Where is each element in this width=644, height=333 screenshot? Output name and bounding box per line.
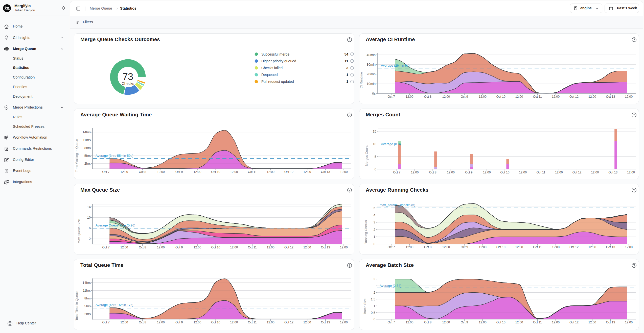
svg-text:2: 2 (374, 228, 375, 232)
svg-text:Oct 12: Oct 12 (569, 321, 579, 324)
svg-text:15: 15 (373, 130, 376, 133)
svg-text:Oct 7: Oct 7 (387, 95, 395, 98)
svg-text:12:00: 12:00 (230, 246, 238, 249)
svg-text:11: 11 (344, 59, 348, 63)
svg-text:Oct 11: Oct 11 (248, 321, 257, 324)
svg-text:12:00: 12:00 (267, 170, 274, 174)
svg-text:5hrs: 5hrs (84, 154, 91, 158)
svg-text:12:00: 12:00 (625, 245, 633, 249)
svg-text:12:00: 12:00 (479, 321, 487, 324)
svg-text:12:00: 12:00 (406, 95, 413, 98)
svg-text:Oct 11: Oct 11 (248, 170, 257, 174)
svg-text:Oct 13: Oct 13 (608, 171, 617, 174)
svg-text:2hrs: 2hrs (84, 312, 91, 316)
svg-text:12:00: 12:00 (479, 245, 487, 249)
svg-text:Oct 8: Oct 8 (139, 321, 146, 324)
svg-text:Oct 9: Oct 9 (175, 321, 183, 324)
svg-text:Oct 10: Oct 10 (211, 321, 220, 324)
svg-text:12:00: 12:00 (519, 171, 527, 174)
svg-text:8hrs: 8hrs (84, 296, 91, 300)
svg-text:12:00: 12:00 (120, 321, 128, 324)
svg-text:12:00: 12:00 (625, 95, 633, 98)
svg-text:12:00: 12:00 (627, 171, 635, 174)
svg-text:CI Runtime: CI Runtime (359, 72, 363, 88)
svg-text:Oct 7: Oct 7 (102, 246, 109, 249)
svg-text:12:00: 12:00 (230, 170, 238, 174)
svg-text:Oct 12: Oct 12 (569, 245, 579, 249)
svg-text:5hrs: 5hrs (84, 304, 91, 308)
svg-text:12:00: 12:00 (194, 170, 201, 174)
svg-text:11hrs: 11hrs (83, 138, 91, 142)
svg-text:12:00: 12:00 (340, 321, 348, 324)
svg-text:20min: 20min (367, 72, 376, 76)
svg-text:2hrs: 2hrs (84, 162, 91, 165)
svg-text:Average (8.8): Average (8.8) (381, 142, 401, 146)
svg-text:i: i (352, 53, 353, 56)
svg-text:12:00: 12:00 (588, 245, 596, 249)
svg-text:1: 1 (374, 235, 375, 239)
svg-text:Oct 8: Oct 8 (424, 245, 431, 249)
svg-text:Running Checks: Running Checks (364, 220, 368, 244)
svg-text:12:00: 12:00 (340, 246, 348, 249)
svg-text:1: 1 (346, 73, 348, 77)
svg-text:Oct 11: Oct 11 (248, 246, 257, 249)
svg-text:1: 1 (346, 80, 348, 84)
svg-text:Oct 7: Oct 7 (102, 170, 109, 174)
svg-text:12:00: 12:00 (483, 171, 491, 174)
svg-text:Oct 11: Oct 11 (533, 245, 542, 249)
svg-text:Oct 13: Oct 13 (321, 321, 330, 324)
svg-text:3: 3 (374, 277, 375, 281)
svg-text:Oct 10: Oct 10 (211, 246, 220, 249)
svg-text:12:00: 12:00 (157, 170, 165, 174)
svg-text:Oct 10: Oct 10 (211, 170, 220, 174)
svg-text:Oct 8: Oct 8 (424, 321, 431, 324)
svg-text:5: 5 (375, 155, 376, 159)
svg-text:max_parallel_checks (5): max_parallel_checks (5) (380, 203, 415, 207)
svg-text:11hrs: 11hrs (83, 289, 91, 292)
svg-text:Oct 7: Oct 7 (102, 321, 109, 324)
svg-text:Oct 10: Oct 10 (496, 95, 505, 98)
svg-text:12:00: 12:00 (552, 321, 560, 324)
svg-text:i: i (352, 60, 353, 62)
svg-text:Oct 10: Oct 10 (496, 245, 505, 249)
svg-text:12:00: 12:00 (552, 245, 560, 249)
svg-text:Oct 11: Oct 11 (533, 95, 542, 98)
svg-text:10: 10 (373, 142, 376, 146)
svg-text:Max Queue Size: Max Queue Size (77, 219, 81, 243)
svg-text:Average (26min 9s): Average (26min 9s) (381, 64, 409, 67)
svg-text:12:00: 12:00 (194, 246, 201, 249)
svg-text:Oct 12: Oct 12 (284, 246, 293, 249)
svg-text:0s: 0s (372, 92, 376, 95)
svg-text:12:00: 12:00 (157, 246, 165, 249)
svg-text:Oct 13: Oct 13 (606, 95, 615, 98)
svg-text:12:00: 12:00 (406, 321, 413, 324)
svg-text:12:00: 12:00 (552, 95, 560, 98)
svg-text:1.5: 1.5 (371, 297, 375, 301)
svg-text:12:00: 12:00 (447, 171, 455, 174)
svg-text:12:00: 12:00 (442, 95, 450, 98)
svg-text:Batch Size: Batch Size (363, 298, 367, 314)
svg-text:1: 1 (374, 304, 375, 308)
svg-text:12:00: 12:00 (479, 95, 487, 98)
svg-text:Oct 12: Oct 12 (284, 321, 293, 324)
svg-text:i: i (352, 81, 353, 83)
svg-text:12:00: 12:00 (442, 321, 450, 324)
svg-text:Oct 8: Oct 8 (139, 170, 146, 174)
svg-text:12:00: 12:00 (230, 321, 238, 324)
svg-text:Oct 9: Oct 9 (465, 171, 472, 174)
svg-text:Oct 8: Oct 8 (424, 95, 431, 98)
svg-text:12:00: 12:00 (515, 245, 523, 249)
svg-text:Oct 13: Oct 13 (321, 170, 330, 174)
svg-text:12:00: 12:00 (340, 170, 348, 174)
svg-text:Successful merge: Successful merge (261, 52, 289, 56)
svg-text:Oct 12: Oct 12 (284, 170, 293, 174)
svg-text:Total Time in Queue: Total Time in Queue (75, 291, 79, 321)
svg-text:Oct 10: Oct 10 (500, 171, 510, 174)
svg-text:Oct 9: Oct 9 (175, 170, 183, 174)
svg-text:Oct 12: Oct 12 (569, 95, 579, 98)
svg-text:Oct 7: Oct 7 (387, 321, 395, 324)
svg-text:Checks: Checks (122, 81, 134, 86)
svg-text:Oct 9: Oct 9 (461, 95, 468, 98)
svg-text:0.5: 0.5 (371, 311, 375, 315)
svg-text:2: 2 (374, 291, 375, 294)
